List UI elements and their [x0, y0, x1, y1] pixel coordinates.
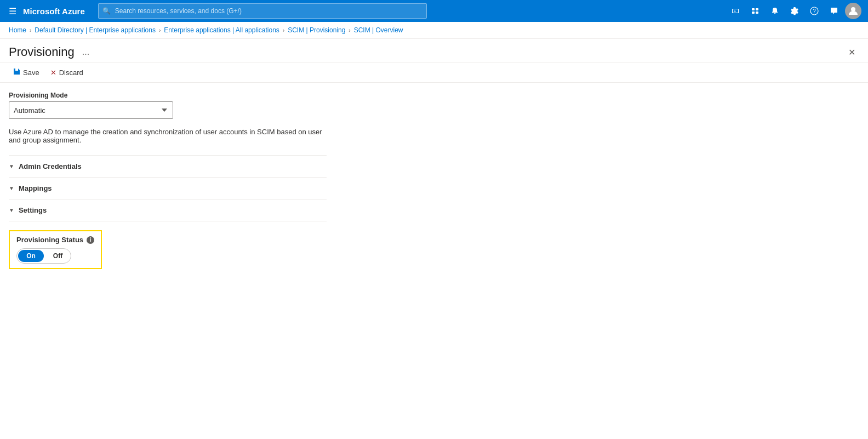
save-icon — [13, 68, 20, 77]
hamburger-menu[interactable]: ☰ — [7, 4, 19, 19]
description-text: Use Azure AD to manage the creation and … — [9, 128, 327, 144]
save-button[interactable]: Save — [9, 66, 44, 79]
provisioning-status-info-icon[interactable]: i — [87, 236, 94, 244]
brand-name: Microsoft Azure — [23, 7, 85, 16]
notifications-icon[interactable] — [766, 2, 784, 20]
accordion-settings: ▼ Settings — [9, 199, 327, 221]
page-header: Provisioning ... ✕ — [0, 39, 868, 62]
top-navigation: ☰ Microsoft Azure 🔍 ? — [0, 0, 868, 22]
provisioning-mode-group: Provisioning Mode Automatic Manual — [9, 92, 859, 119]
search-icon: 🔍 — [102, 7, 111, 15]
feedback-icon[interactable] — [825, 2, 843, 20]
breadcrumb-enterprise-apps[interactable]: Enterprise applications | All applicatio… — [164, 26, 279, 34]
settings-icon[interactable] — [786, 2, 803, 20]
svg-rect-1 — [756, 8, 758, 10]
chevron-down-icon-3: ▼ — [9, 207, 14, 213]
svg-rect-3 — [756, 12, 758, 14]
accordion-admin-credentials: ▼ Admin Credentials — [9, 155, 327, 177]
discard-label: Discard — [59, 69, 83, 77]
main-wrapper: Provisioning ... ✕ Save ✕ Discard Provis… — [0, 39, 868, 438]
breadcrumb-sep-1: › — [30, 27, 31, 33]
breadcrumb-sep-4: › — [349, 27, 350, 33]
breadcrumb-home[interactable]: Home — [9, 26, 26, 34]
svg-rect-2 — [752, 12, 755, 14]
accordion-mappings: ▼ Mappings — [9, 177, 327, 199]
provisioning-status-label-row: Provisioning Status i — [16, 236, 94, 244]
search-bar-container: 🔍 — [98, 3, 427, 19]
breadcrumb-scim-provisioning[interactable]: SCIM | Provisioning — [288, 26, 345, 34]
svg-point-6 — [851, 7, 855, 12]
accordion-label-admin-credentials: Admin Credentials — [19, 162, 82, 170]
svg-rect-0 — [752, 8, 755, 10]
chevron-down-icon-2: ▼ — [9, 185, 14, 191]
accordion-label-settings: Settings — [19, 206, 47, 214]
help-icon[interactable]: ? — [806, 2, 823, 20]
accordion-header-mappings[interactable]: ▼ Mappings — [9, 178, 327, 199]
toolbar: Save ✕ Discard — [0, 62, 868, 83]
save-label: Save — [23, 69, 39, 77]
provisioning-status-label: Provisioning Status — [16, 236, 83, 244]
provisioning-status-toggle[interactable]: On Off — [16, 248, 71, 264]
breadcrumb-sep-2: › — [159, 27, 161, 33]
user-avatar[interactable] — [845, 3, 861, 19]
accordion-header-admin-credentials[interactable]: ▼ Admin Credentials — [9, 156, 327, 177]
main-content: Provisioning Mode Automatic Manual Use A… — [0, 83, 868, 438]
cloud-shell-icon[interactable] — [727, 2, 744, 20]
discard-button[interactable]: ✕ Discard — [46, 66, 88, 79]
provisioning-mode-select[interactable]: Automatic Manual — [9, 101, 173, 119]
accordion: ▼ Admin Credentials ▼ Mappings ▼ Setting… — [9, 155, 327, 221]
provisioning-status-highlight-box: Provisioning Status i On Off — [9, 230, 102, 269]
more-options-button[interactable]: ... — [79, 46, 93, 58]
accordion-header-settings[interactable]: ▼ Settings — [9, 199, 327, 221]
search-input[interactable] — [98, 3, 427, 19]
provisioning-status-section: Provisioning Status i On Off — [9, 230, 327, 269]
svg-text:?: ? — [813, 8, 816, 14]
nav-icon-group: ? — [727, 2, 861, 20]
breadcrumb-default-directory[interactable]: Default Directory | Enterprise applicati… — [35, 26, 156, 34]
discard-icon: ✕ — [50, 69, 56, 77]
breadcrumb-scim-overview[interactable]: SCIM | Overview — [354, 26, 403, 34]
toggle-on-option[interactable]: On — [18, 250, 44, 262]
chevron-down-icon: ▼ — [9, 163, 14, 169]
breadcrumb-sep-3: › — [283, 27, 284, 33]
toggle-off-option[interactable]: Off — [45, 249, 71, 263]
accordion-label-mappings: Mappings — [19, 184, 52, 192]
provisioning-mode-label: Provisioning Mode — [9, 92, 859, 99]
directory-icon[interactable] — [746, 2, 764, 20]
close-button[interactable]: ✕ — [844, 44, 859, 60]
page-title: Provisioning — [9, 45, 75, 59]
breadcrumb: Home › Default Directory | Enterprise ap… — [0, 22, 868, 39]
